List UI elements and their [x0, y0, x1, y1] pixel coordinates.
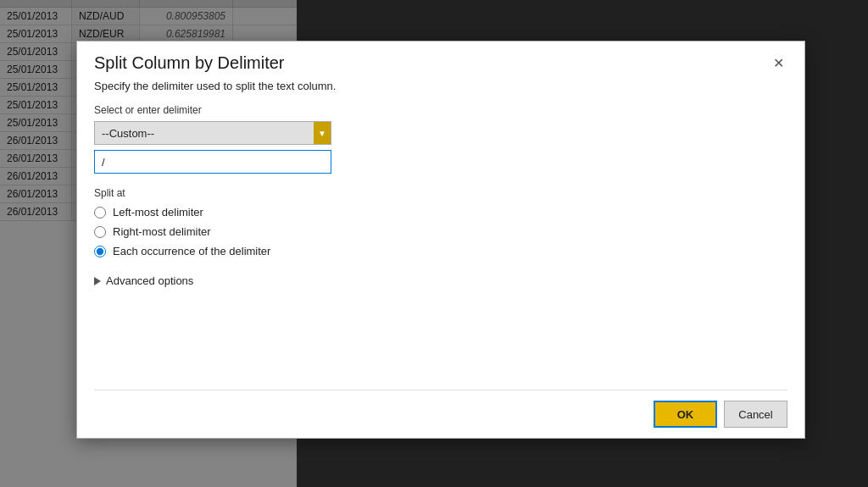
advanced-options-label: Advanced options — [106, 274, 193, 287]
delimiter-select-label: Select or enter delimiter — [94, 104, 787, 116]
ok-button[interactable]: OK — [654, 401, 717, 428]
dialog-titlebar: Split Column by Delimiter ✕ — [77, 42, 804, 80]
delimiter-select-value: --Custom-- — [102, 127, 324, 140]
dialog-title: Split Column by Delimiter — [94, 53, 285, 73]
split-column-dialog: Split Column by Delimiter ✕ Specify the … — [76, 41, 805, 439]
radio-item-left[interactable]: Left-most delimiter — [94, 206, 787, 219]
dialog-body: Select or enter delimiter --Custom-- ▼ S… — [77, 104, 804, 390]
dropdown-arrow-icon: ▼ — [314, 122, 331, 144]
radio-each-occurrence[interactable] — [94, 246, 106, 257]
radio-item-right[interactable]: Right-most delimiter — [94, 225, 787, 238]
delimiter-text-input[interactable] — [94, 150, 331, 174]
radio-item-each[interactable]: Each occurrence of the delimiter — [94, 245, 787, 257]
advanced-options-toggle[interactable]: Advanced options — [94, 274, 787, 287]
radio-left-label: Left-most delimiter — [113, 206, 203, 219]
delimiter-select-dropdown[interactable]: --Custom-- ▼ — [94, 121, 331, 145]
radio-each-label: Each occurrence of the delimiter — [113, 245, 270, 257]
radio-right-label: Right-most delimiter — [113, 225, 211, 238]
split-at-label: Split at — [94, 187, 787, 199]
triangle-icon — [94, 277, 101, 285]
cancel-button[interactable]: Cancel — [724, 401, 787, 428]
radio-right-most[interactable] — [94, 226, 106, 238]
split-at-radio-group: Left-most delimiter Right-most delimiter… — [94, 206, 787, 257]
dialog-footer: OK Cancel — [77, 390, 804, 438]
close-button[interactable]: ✕ — [769, 54, 787, 73]
radio-left-most[interactable] — [94, 207, 106, 219]
dialog-subtitle: Specify the delimiter used to split the … — [77, 80, 804, 104]
